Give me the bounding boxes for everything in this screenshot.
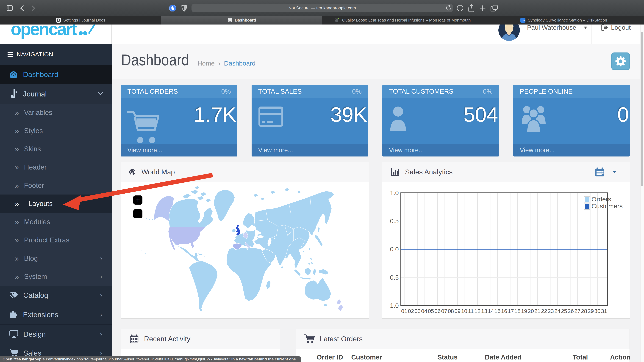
svg-text:09: 09 — [454, 308, 461, 314]
svg-text:19: 19 — [521, 308, 527, 314]
svg-text:30: 30 — [594, 308, 600, 314]
svg-text:10: 10 — [461, 308, 467, 314]
svg-text:06: 06 — [434, 308, 441, 314]
svg-text:26: 26 — [568, 308, 574, 314]
svg-text:0.5: 0.5 — [390, 218, 399, 225]
svg-text:Orders: Orders — [592, 196, 611, 203]
svg-text:DSM: DSM — [521, 19, 525, 21]
svg-text:24: 24 — [554, 308, 560, 314]
svg-text:04: 04 — [421, 308, 427, 314]
svg-text:31: 31 — [601, 308, 607, 314]
svg-text:18: 18 — [514, 308, 520, 314]
svg-text:22: 22 — [541, 308, 547, 314]
svg-text:08: 08 — [448, 308, 454, 314]
svg-text:25: 25 — [561, 308, 567, 314]
svg-text:21: 21 — [534, 308, 540, 314]
svg-text:29: 29 — [588, 308, 594, 314]
svg-text:14: 14 — [488, 308, 494, 314]
svg-text:17: 17 — [508, 308, 514, 314]
svg-text:-0.5: -0.5 — [388, 274, 399, 281]
svg-text:27: 27 — [574, 308, 580, 314]
svg-text:12: 12 — [474, 308, 481, 314]
svg-text:23: 23 — [548, 308, 554, 314]
svg-text:16: 16 — [501, 308, 507, 314]
svg-text:0.0: 0.0 — [390, 246, 399, 253]
svg-text:-1.0: -1.0 — [388, 302, 399, 309]
svg-text:1.0: 1.0 — [390, 189, 399, 196]
svg-text:20: 20 — [528, 308, 534, 314]
svg-text:02: 02 — [408, 308, 414, 314]
svg-text:13: 13 — [481, 308, 487, 314]
svg-text:28: 28 — [581, 308, 587, 314]
svg-text:03: 03 — [414, 308, 420, 314]
svg-text:07: 07 — [441, 308, 447, 314]
svg-text:Customers: Customers — [592, 203, 622, 210]
svg-text:11: 11 — [468, 308, 474, 314]
svg-text:05: 05 — [428, 308, 434, 314]
svg-text:15: 15 — [494, 308, 500, 314]
svg-text:01: 01 — [401, 308, 407, 314]
